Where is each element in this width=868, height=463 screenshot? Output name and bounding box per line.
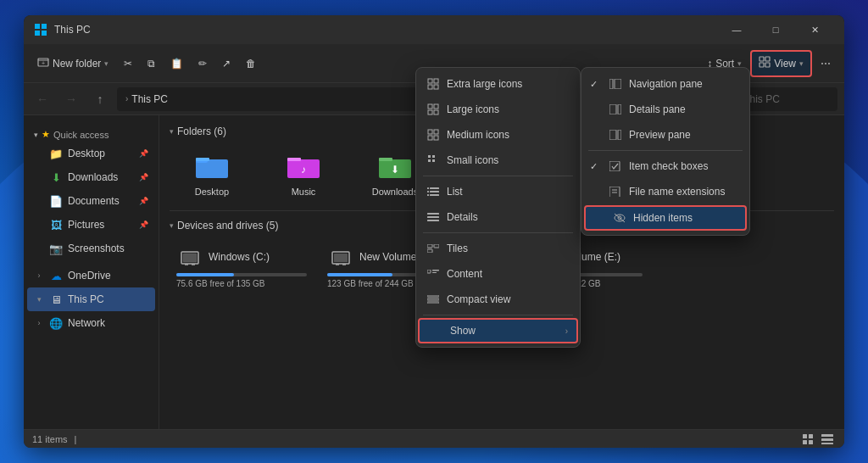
- submenu-navigation-pane[interactable]: ✓ Navigation pane: [581, 71, 749, 97]
- sidebar-item-downloads[interactable]: ⬇ Downloads 📌: [27, 165, 155, 189]
- desktop-label: Desktop: [68, 148, 105, 159]
- svg-rect-6: [760, 57, 764, 61]
- svg-rect-65: [430, 191, 439, 192]
- menu-large-icons[interactable]: Large icons: [416, 97, 580, 122]
- svg-rect-78: [432, 272, 437, 273]
- menu-compact-view[interactable]: Compact view: [416, 287, 580, 312]
- sidebar-item-onedrive[interactable]: › ☁ OneDrive: [27, 264, 155, 287]
- svg-rect-69: [427, 194, 429, 196]
- desktop-folder-name: Desktop: [195, 187, 229, 197]
- new-folder-label: New folder: [53, 58, 101, 70]
- svg-rect-85: [618, 104, 621, 114]
- sidebar-item-screenshots[interactable]: 📷 Screenshots: [27, 237, 155, 260]
- folder-music[interactable]: ♪ Music: [261, 144, 346, 202]
- sidebar-item-documents[interactable]: 📄 Documents 📌: [27, 189, 155, 213]
- screenshots-label: Screenshots: [68, 243, 125, 254]
- details-pane-icon: [609, 103, 622, 116]
- svg-rect-60: [428, 155, 431, 158]
- navigation-pane-label: Navigation pane: [629, 78, 703, 90]
- menu-tiles[interactable]: Tiles: [416, 236, 580, 261]
- back-button[interactable]: ←: [31, 87, 54, 111]
- view-toggle-buttons: [800, 432, 836, 447]
- menu-list[interactable]: List: [416, 179, 580, 204]
- menu-extra-large-icons[interactable]: Extra large icons: [416, 71, 580, 97]
- svg-rect-81: [427, 302, 439, 304]
- folders-expand[interactable]: ▾: [170, 127, 174, 136]
- drive-f-icon: [327, 243, 354, 271]
- drive-c-bar-fill: [176, 273, 234, 276]
- svg-rect-55: [434, 110, 438, 114]
- content-label: Content: [447, 268, 482, 280]
- grid-view-button[interactable]: [800, 432, 817, 447]
- new-folder-icon: +: [37, 56, 49, 70]
- minimize-button[interactable]: —: [717, 15, 756, 44]
- svg-rect-62: [428, 159, 431, 162]
- pin-icon: 📌: [139, 220, 148, 229]
- extra-large-icons-label: Extra large icons: [447, 78, 522, 90]
- svg-rect-70: [427, 213, 439, 215]
- folder-desktop[interactable]: Desktop: [170, 144, 254, 202]
- menu-content[interactable]: Content: [416, 261, 580, 287]
- drives-expand[interactable]: ▾: [170, 221, 174, 230]
- svg-rect-57: [434, 130, 438, 134]
- svg-rect-89: [609, 187, 620, 197]
- up-button[interactable]: ↑: [88, 87, 112, 111]
- path-chevron: ›: [125, 94, 128, 103]
- details-pane-label: Details pane: [629, 103, 686, 115]
- svg-rect-77: [432, 270, 439, 271]
- submenu-item-check-boxes[interactable]: ✓ Item check boxes: [581, 153, 749, 179]
- submenu-details-pane[interactable]: Details pane: [581, 97, 749, 122]
- submenu-preview-pane[interactable]: Preview pane: [581, 122, 749, 148]
- forward-button[interactable]: →: [59, 87, 83, 111]
- desktop-icon: 📁: [49, 147, 63, 160]
- paste-button[interactable]: 📋: [164, 50, 190, 77]
- svg-rect-53: [434, 104, 438, 109]
- sort-chevron: ▾: [737, 59, 742, 68]
- hidden-items-label: Hidden items: [633, 212, 693, 224]
- menu-details[interactable]: Details: [416, 204, 580, 230]
- menu-small-icons[interactable]: Small icons: [416, 148, 580, 173]
- view-chevron: ▾: [799, 59, 804, 68]
- submenu-hidden-items[interactable]: Hidden items: [584, 205, 747, 231]
- copy-button[interactable]: ⧉: [141, 50, 162, 77]
- drive-c[interactable]: Windows (C:) 75.6 GB free of 135 GB: [170, 238, 314, 293]
- onedrive-label: OneDrive: [68, 270, 111, 282]
- sidebar-item-this-pc[interactable]: ▾ 🖥 This PC: [27, 287, 155, 311]
- cut-button[interactable]: ✂: [117, 50, 139, 77]
- menu-medium-icons[interactable]: Medium icons: [416, 122, 580, 148]
- sidebar-item-pictures[interactable]: 🖼 Pictures 📌: [27, 213, 155, 237]
- compact-view-icon: [426, 293, 440, 306]
- rename-button[interactable]: ✏: [192, 50, 214, 77]
- maximize-button[interactable]: □: [756, 15, 795, 44]
- expand-spacer: [34, 243, 44, 254]
- svg-rect-46: [821, 438, 833, 441]
- new-folder-chevron: ▾: [104, 59, 108, 68]
- small-icons-icon: [426, 153, 440, 167]
- svg-rect-42: [809, 434, 813, 438]
- share-button[interactable]: ↗: [215, 50, 237, 77]
- svg-rect-83: [615, 79, 621, 89]
- new-folder-button[interactable]: + New folder ▾: [31, 50, 115, 77]
- expand-spacer: [34, 220, 44, 230]
- view-button[interactable]: View ▾: [750, 50, 812, 77]
- sidebar-item-network[interactable]: › 🌐 Network: [27, 311, 155, 335]
- quick-access-expand[interactable]: ▾: [34, 131, 38, 139]
- more-button[interactable]: ⋯: [814, 50, 837, 77]
- window-title: This PC: [54, 24, 717, 36]
- quick-access-star-icon: ★: [42, 129, 50, 140]
- list-view-button[interactable]: [819, 432, 836, 447]
- sidebar-item-desktop[interactable]: 📁 Desktop 📌: [27, 142, 155, 165]
- downloads-folder-icon: ⬇: [378, 149, 412, 183]
- svg-rect-1: [42, 24, 47, 29]
- delete-button[interactable]: 🗑: [239, 50, 263, 77]
- svg-text:♪: ♪: [301, 164, 306, 176]
- submenu-file-name-extensions[interactable]: File name extensions: [581, 179, 749, 204]
- menu-show[interactable]: Show ›: [418, 318, 578, 343]
- pictures-label: Pictures: [68, 219, 104, 231]
- downloads-icon: ⬇: [49, 170, 63, 184]
- show-label: Show: [450, 325, 476, 337]
- music-folder-icon: ♪: [287, 149, 320, 183]
- downloads-folder-name: Downloads: [372, 187, 418, 197]
- close-button[interactable]: ✕: [795, 15, 834, 44]
- tiles-icon: [426, 242, 440, 255]
